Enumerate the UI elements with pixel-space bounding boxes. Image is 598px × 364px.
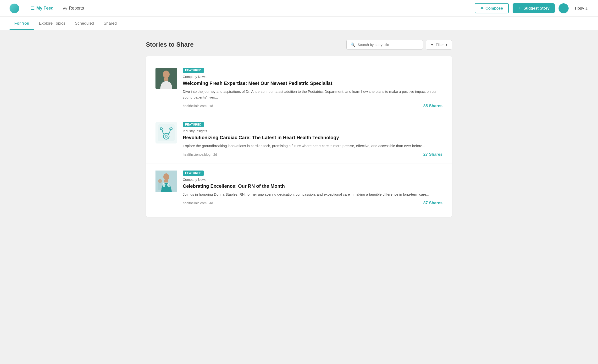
story-title: Revolutionizing Cardiac Care: The Latest… <box>183 134 442 141</box>
section-title: Stories to Share <box>146 41 193 48</box>
suggest-story-button[interactable]: ＋ Suggest Story <box>513 3 555 13</box>
story-category: Company News <box>183 75 442 79</box>
search-filter-row: 🔍 ▼ Filter ▾ <box>346 40 452 50</box>
story-body: FEATURED Company News Welcoming Fresh Ex… <box>183 68 442 108</box>
story-body: FEATURED Industry Insights Revolutionizi… <box>183 122 442 157</box>
header: ☰ My Feed ◎ Reports ✏ Compose ＋ Suggest … <box>0 0 598 17</box>
story-image <box>156 122 177 143</box>
story-image <box>156 171 177 192</box>
compose-button[interactable]: ✏ Compose <box>475 3 509 13</box>
story-card: FEATURED Company News Welcoming Fresh Ex… <box>146 61 452 115</box>
story-meta: healthscience.blog · 2d 27 Shares <box>183 152 442 157</box>
svg-rect-3 <box>158 124 174 141</box>
story-excerpt: Dive into the journey and aspirations of… <box>183 89 442 100</box>
story-card: FEATURED Industry Insights Revolutionizi… <box>146 115 452 164</box>
search-box: 🔍 <box>346 40 423 50</box>
plus-icon: ＋ <box>518 6 522 11</box>
story-shares: 87 Shares <box>424 201 442 206</box>
search-input[interactable] <box>357 42 419 47</box>
story-title: Celebrating Excellence: Our RN of the Mo… <box>183 183 442 189</box>
logo <box>9 4 19 13</box>
search-icon: 🔍 <box>350 42 355 47</box>
story-source: healthclinic.com · 4d <box>183 201 213 205</box>
chevron-down-icon: ▾ <box>446 42 448 47</box>
stories-container: FEATURED Company News Welcoming Fresh Ex… <box>146 56 452 217</box>
story-meta: healthclinic.com · 4d 87 Shares <box>183 201 442 206</box>
main-content: Stories to Share 🔍 ▼ Filter ▾ <box>132 30 466 226</box>
story-meta: healthclinic.com · 1d 85 Shares <box>183 104 442 108</box>
nav-my-feed[interactable]: ☰ My Feed <box>27 4 58 13</box>
story-excerpt: Join us in honoring Donna Staples, RN, f… <box>183 191 442 197</box>
story-shares: 27 Shares <box>424 152 442 157</box>
filter-icon: ▼ <box>430 42 434 47</box>
tabs-bar: For You Explore Topics Scheduled Shared <box>0 17 598 30</box>
story-source: healthclinic.com · 1d <box>183 104 213 108</box>
tab-explore-topics[interactable]: Explore Topics <box>34 17 70 30</box>
svg-point-10 <box>158 179 162 183</box>
svg-point-1 <box>163 71 170 78</box>
story-title: Welcoming Fresh Expertise: Meet Our Newe… <box>183 80 442 86</box>
featured-badge: FEATURED <box>183 68 204 73</box>
filter-label: Filter <box>436 42 444 47</box>
svg-rect-8 <box>164 180 168 182</box>
compose-label: Compose <box>486 6 503 10</box>
featured-badge: FEATURED <box>183 171 204 176</box>
story-shares: 85 Shares <box>424 104 442 108</box>
nav-my-feed-label: My Feed <box>36 6 54 11</box>
story-category: Company News <box>183 178 442 182</box>
story-body: FEATURED Company News Celebrating Excell… <box>183 171 442 206</box>
user-avatar <box>558 3 569 13</box>
tab-shared[interactable]: Shared <box>99 17 122 30</box>
tab-for-you[interactable]: For You <box>9 17 34 30</box>
story-image <box>156 68 177 89</box>
story-category: Industry Insights <box>183 129 442 133</box>
svg-rect-2 <box>164 78 168 81</box>
nav-reports-label: Reports <box>69 6 84 11</box>
user-name: Tippy J. <box>574 6 589 11</box>
reports-icon: ◎ <box>63 6 67 11</box>
story-card: FEATURED Company News Celebrating Excell… <box>146 164 452 212</box>
suggest-label: Suggest Story <box>523 6 549 10</box>
compose-icon: ✏ <box>481 6 484 10</box>
svg-rect-9 <box>158 182 162 190</box>
main-nav: ☰ My Feed ◎ Reports <box>27 4 475 13</box>
feed-icon: ☰ <box>31 6 34 11</box>
section-header: Stories to Share 🔍 ▼ Filter ▾ <box>146 40 452 50</box>
svg-point-7 <box>163 174 169 180</box>
nav-reports[interactable]: ◎ Reports <box>59 4 88 13</box>
story-source: healthscience.blog · 2d <box>183 153 217 157</box>
filter-button[interactable]: ▼ Filter ▾ <box>426 40 452 50</box>
header-actions: ✏ Compose ＋ Suggest Story Tippy J. <box>475 3 589 13</box>
story-excerpt: Explore the groundbreaking innovations i… <box>183 143 442 149</box>
featured-badge: FEATURED <box>183 122 204 127</box>
tab-scheduled[interactable]: Scheduled <box>70 17 99 30</box>
